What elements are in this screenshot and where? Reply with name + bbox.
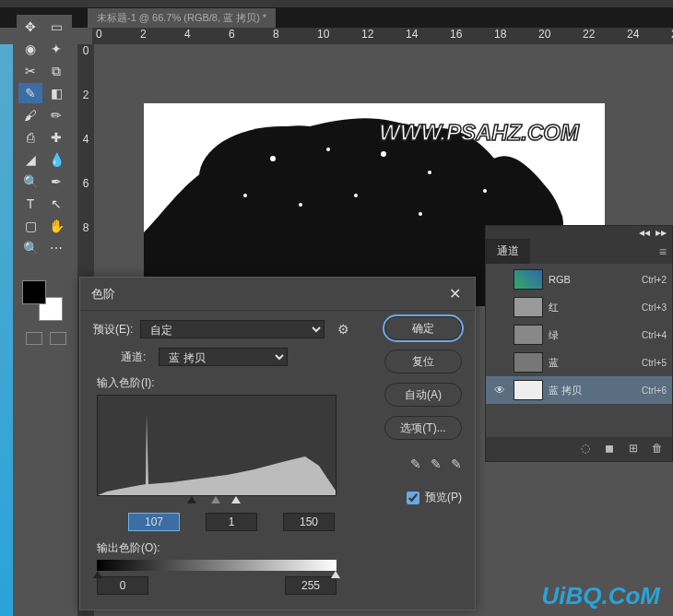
black-point-icon[interactable]: ✎ [410, 456, 421, 471]
preset-select[interactable]: 自定 [140, 320, 325, 338]
lasso-tool[interactable]: ◉ [18, 39, 42, 59]
watermark-text: WWW.PSAHZ.COM [379, 120, 579, 146]
gradient-tool[interactable]: ◢ [18, 149, 42, 170]
chevron-icon[interactable]: ▸▸ [655, 226, 667, 239]
levels-dialog: 色阶 ✕ 预设(E): 自定 ⚙ 通道: 蓝 拷贝 输入色阶(I): 输出色阶(… [79, 277, 476, 610]
input-sliders[interactable] [97, 496, 336, 509]
load-selection-icon[interactable]: ◌ [578, 442, 593, 456]
svg-point-10 [483, 189, 487, 193]
dialog-title: 色阶 [91, 286, 445, 302]
new-channel-icon[interactable]: ⊞ [626, 442, 641, 456]
quickmask-icon[interactable] [26, 332, 42, 345]
svg-point-7 [381, 151, 386, 157]
crop-tool[interactable]: ✂ [18, 61, 42, 81]
out-lo-input[interactable] [97, 576, 148, 595]
svg-point-5 [270, 156, 276, 161]
output-levels-label: 输出色阶(O): [97, 540, 462, 556]
gray-point-icon[interactable]: ✎ [431, 456, 442, 471]
svg-point-13 [419, 212, 422, 216]
shadow-slider[interactable] [187, 496, 196, 503]
channel-row-rgb[interactable]: RGBCtrl+2 [486, 266, 672, 293]
svg-point-11 [299, 203, 302, 207]
channel-row-blue-copy[interactable]: 👁蓝 拷贝Ctrl+6 [486, 376, 672, 404]
ruler-horizontal: 0246810121416182022242628 [92, 28, 673, 44]
screenmode-icon[interactable] [50, 332, 66, 345]
pen-tool[interactable]: ✒ [44, 172, 68, 192]
highlight-slider[interactable] [231, 496, 241, 503]
uibq-watermark: UiBQ.CoM [541, 582, 660, 610]
channel-row-red[interactable]: 红Ctrl+3 [486, 293, 672, 321]
svg-point-3 [171, 177, 282, 251]
delete-channel-icon[interactable]: 🗑 [650, 442, 665, 456]
wand-tool[interactable]: ✦ [44, 39, 68, 59]
histogram [97, 395, 336, 496]
panel-menu-icon[interactable]: ≡ [659, 244, 667, 259]
mid-input[interactable] [206, 513, 257, 531]
slice-tool[interactable]: ⧉ [44, 61, 68, 81]
options-button[interactable]: 选项(T)... [384, 416, 462, 440]
ok-button[interactable]: 确定 [384, 316, 462, 340]
shadow-input[interactable] [128, 513, 180, 531]
preview-checkbox[interactable] [407, 492, 419, 504]
preview-label: 预览(P) [425, 490, 462, 505]
highlight-input[interactable] [283, 513, 335, 531]
more-tool[interactable]: ⋯ [44, 238, 68, 258]
output-gradient[interactable] [97, 560, 336, 571]
channel-row-green[interactable]: 绿Ctrl+4 [486, 321, 672, 349]
save-selection-icon[interactable]: ◼ [602, 442, 617, 456]
zoom-tool[interactable]: 🔍 [18, 238, 42, 258]
brush-tool[interactable]: 🖌 [18, 105, 42, 125]
type-tool[interactable]: T [18, 194, 42, 214]
channel-row-blue[interactable]: 蓝Ctrl+5 [486, 349, 672, 376]
svg-point-9 [243, 194, 247, 197]
hand-tool[interactable]: ✋ [44, 216, 68, 236]
channel-select[interactable]: 蓝 拷贝 [159, 348, 288, 366]
eyedropper-tool[interactable]: ✎ [18, 83, 42, 103]
svg-point-8 [428, 171, 431, 174]
shape-tool[interactable]: ▢ [18, 216, 42, 236]
eye-icon[interactable] [491, 273, 508, 286]
dodge-tool[interactable]: 🔍 [18, 172, 42, 192]
channels-panel: ◂◂▸▸ 通道 ≡ RGBCtrl+2 红Ctrl+3 绿Ctrl+4 蓝Ctr… [485, 225, 673, 462]
collapse-icon[interactable]: ◂◂ [639, 226, 650, 239]
pencil-tool[interactable]: ✏ [44, 105, 68, 125]
svg-point-6 [326, 148, 330, 151]
svg-point-12 [354, 194, 358, 197]
eye-icon[interactable]: 👁 [491, 384, 508, 397]
color-swatches[interactable] [22, 280, 63, 321]
reset-button[interactable]: 复位 [384, 349, 462, 373]
white-point-icon[interactable]: ✎ [451, 456, 462, 471]
out-hi-input[interactable] [285, 576, 336, 595]
marquee-tool[interactable]: ▭ [44, 17, 68, 37]
blur-tool[interactable]: 💧 [44, 149, 68, 170]
out-hi-slider[interactable] [331, 571, 340, 578]
path-tool[interactable]: ↖ [44, 194, 68, 214]
document-tab[interactable]: 未标题-1 @ 66.7% (RGB/8, 蓝 拷贝) * [88, 8, 276, 28]
clone-tool[interactable]: ⎙ [18, 127, 42, 148]
auto-button[interactable]: 自动(A) [384, 383, 462, 407]
out-lo-slider[interactable] [93, 571, 102, 578]
foreground-color[interactable] [22, 280, 46, 304]
channels-tab[interactable]: 通道 [486, 239, 530, 264]
healing-tool[interactable]: ✚ [44, 127, 68, 148]
toolbox: ✥ ▭ ◉ ✦ ✂ ⧉ ✎ ◧ 🖌 ✏ ⎙ ✚ ◢ 💧 🔍 ✒ T ↖ ▢ ✋ … [17, 15, 72, 260]
ruler-tool[interactable]: ◧ [44, 83, 68, 103]
gear-icon[interactable]: ⚙ [337, 322, 349, 337]
preset-label: 预设(E): [93, 322, 133, 338]
mid-slider[interactable] [211, 496, 220, 503]
move-tool[interactable]: ✥ [18, 17, 42, 37]
channel-label: 通道: [121, 349, 146, 365]
close-icon[interactable]: ✕ [445, 285, 464, 303]
